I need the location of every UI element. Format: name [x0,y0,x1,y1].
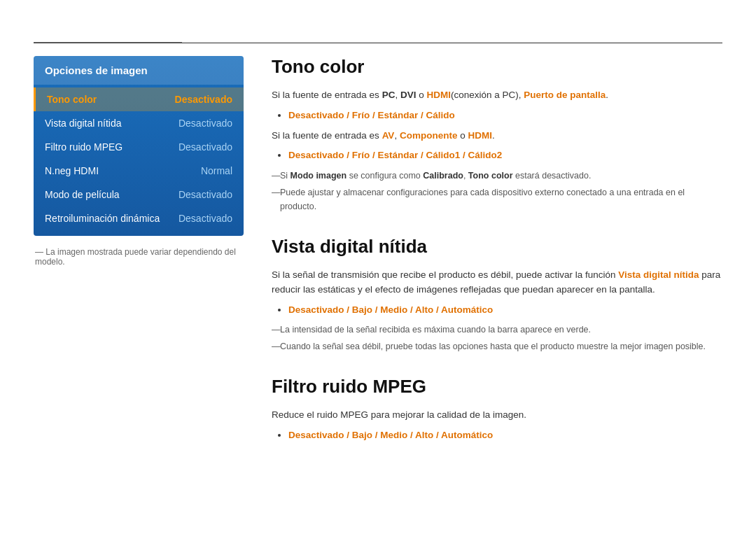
sidebar: Opciones de imagen Tono color Desactivad… [34,56,244,466]
filtro-ruido-options: Desactivado / Bajo / Medio / Alto / Auto… [288,427,722,444]
section-title-filtro-ruido: Filtro ruido MPEG [272,376,722,398]
sidebar-item-retroiluminacion[interactable]: Retroiluminación dinámica Desactivado [34,206,244,230]
tono-text-pc: PC [382,90,396,100]
vista-digital-options: Desactivado / Bajo / Medio / Alto / Auto… [288,302,722,318]
sidebar-box: Opciones de imagen Tono color Desactivad… [34,56,244,236]
sidebar-item-label-4: Modo de película [45,189,120,200]
sidebar-item-label-0: Tono color [47,94,97,105]
tono-color-para-2: Si la fuente de entrada es AV, Component… [272,128,722,143]
sidebar-item-label-1: Vista digital nítida [45,118,121,129]
filtro-ruido-para-1: Reduce el ruido MPEG para mejorar la cal… [272,407,722,423]
tono-link-hdmi2: HDMI [468,130,492,141]
section-tono-color: Tono color Si la fuente de entrada es PC… [272,56,722,213]
tono-note-1: Si Modo imagen se configura como Calibra… [272,169,722,183]
vista-digital-link: Vista digital nítida [618,269,699,280]
section-title-vista-digital: Vista digital nítida [272,236,722,258]
tono-bullet-2: Desactivado / Frío / Estándar / Cálido1 … [288,147,722,164]
tono-note-modo: Modo imagen [290,171,347,181]
tono-options-text-1: Desactivado / Frío / Estándar / Cálido [288,110,455,120]
sidebar-item-value-3: Normal [201,165,232,176]
vista-digital-note-1: La intensidad de la señal recibida es má… [272,323,722,337]
tono-link-componente: Componente [400,130,458,141]
sidebar-item-value-5: Desactivado [178,213,232,224]
tono-options-text-2: Desactivado / Frío / Estándar / Cálido1 … [288,150,502,160]
vista-digital-options-text: Desactivado / Bajo / Medio / Alto / Auto… [288,304,493,315]
filtro-ruido-options-text: Desactivado / Bajo / Medio / Alto / Auto… [288,430,493,440]
vista-digital-note-2: Cuando la señal sea débil, pruebe todas … [272,339,722,353]
filtro-ruido-bullet: Desactivado / Bajo / Medio / Alto / Auto… [288,427,722,444]
main-content: Tono color Si la fuente de entrada es PC… [272,56,722,466]
sidebar-item-tono-color[interactable]: Tono color Desactivado [34,87,244,111]
sidebar-item-value-2: Desactivado [178,141,232,153]
tono-color-para-1: Si la fuente de entrada es PC, DVI o HDM… [272,87,722,103]
tono-options-2: Desactivado / Frío / Estándar / Cálido1 … [288,147,722,164]
tono-note-tono: Tono color [468,171,513,181]
sidebar-item-filtro-ruido[interactable]: Filtro ruido MPEG Desactivado [34,135,244,159]
tono-link-av: AV [382,130,395,141]
tono-link-hdmi1: HDMI [426,90,451,100]
sidebar-item-value-1: Desactivado [178,118,232,129]
tono-note-calibrado: Calibrado [423,171,463,181]
tono-note-2: Puede ajustar y almacenar configuracione… [272,185,722,213]
sidebar-item-label-3: N.neg HDMI [45,165,99,176]
tono-text-dvi: DVI [400,90,416,100]
section-title-tono-color: Tono color [272,56,722,78]
sidebar-note: — La imagen mostrada puede variar depend… [34,247,244,267]
sidebar-item-value-0: Desactivado [175,94,232,105]
sidebar-item-vista-digital[interactable]: Vista digital nítida Desactivado [34,111,244,135]
sidebar-item-modo-pelicula[interactable]: Modo de película Desactivado [34,183,244,206]
tono-bullet-1: Desactivado / Frío / Estándar / Cálido [288,107,722,124]
top-divider-right [182,42,722,43]
sidebar-item-label-5: Retroiluminación dinámica [45,213,160,224]
sidebar-item-nneg-hdmi[interactable]: N.neg HDMI Normal [34,159,244,183]
sidebar-title: Opciones de imagen [34,56,244,85]
tono-link-puerto: Puerto de pantalla [524,90,606,100]
sidebar-item-label-2: Filtro ruido MPEG [45,141,122,153]
tono-options-1: Desactivado / Frío / Estándar / Cálido [288,107,722,124]
section-filtro-ruido: Filtro ruido MPEG Reduce el ruido MPEG p… [272,376,722,444]
sidebar-item-value-4: Desactivado [178,189,232,200]
vista-digital-para-1: Si la señal de transmisión que recibe el… [272,267,722,297]
section-vista-digital: Vista digital nítida Si la señal de tran… [272,236,722,353]
vista-digital-bullet: Desactivado / Bajo / Medio / Alto / Auto… [288,302,722,318]
